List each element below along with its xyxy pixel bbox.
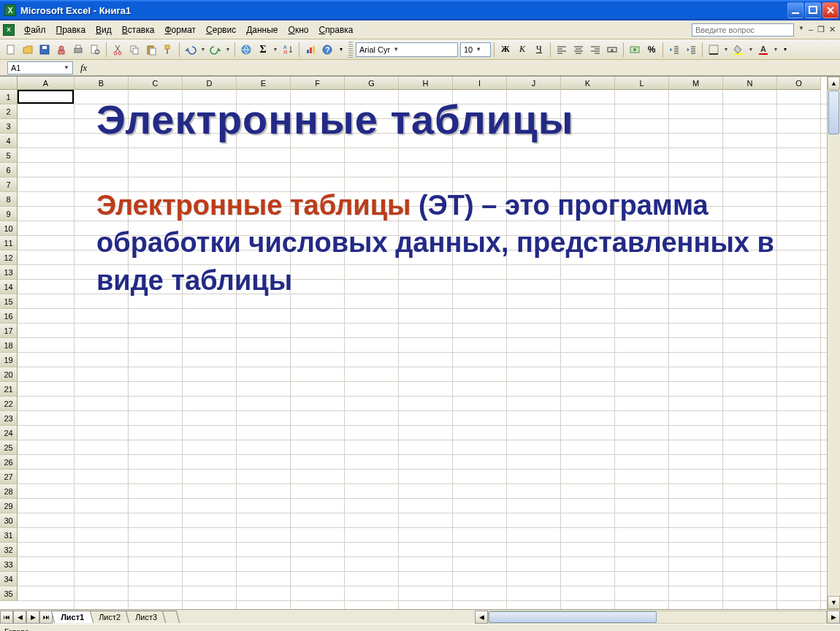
scroll-left-button[interactable]: ◀ — [475, 611, 488, 624]
column-header[interactable]: L — [615, 77, 669, 90]
sort-asc-button[interactable]: AЯ — [280, 42, 296, 58]
column-header[interactable]: J — [507, 77, 561, 90]
row-header[interactable]: 26 — [0, 455, 18, 470]
fill-color-button[interactable] — [730, 42, 747, 58]
open-button[interactable] — [20, 42, 36, 58]
help-search-box[interactable] — [692, 23, 794, 37]
row-header[interactable]: 20 — [0, 367, 18, 382]
align-center-button[interactable] — [570, 42, 587, 58]
row-header[interactable]: 14 — [0, 280, 18, 294]
row-header[interactable]: 25 — [0, 440, 18, 455]
menu-окно[interactable]: Окно — [283, 23, 314, 37]
column-header[interactable]: G — [345, 77, 399, 90]
increase-indent-button[interactable] — [683, 42, 699, 58]
font-color-button[interactable]: A — [755, 42, 771, 58]
menu-вид[interactable]: Вид — [91, 23, 117, 37]
menu-данные[interactable]: Данные — [241, 23, 283, 37]
borders-dropdown[interactable]: ▼ — [722, 42, 730, 58]
new-button[interactable] — [3, 42, 19, 58]
column-header[interactable]: E — [237, 77, 291, 90]
borders-button[interactable] — [706, 42, 722, 58]
column-header[interactable]: D — [183, 77, 237, 90]
row-header[interactable]: 7 — [0, 177, 18, 192]
merge-center-button[interactable]: a — [604, 42, 620, 58]
column-header[interactable]: B — [75, 77, 129, 90]
menu-сервис[interactable]: Сервис — [201, 23, 241, 37]
sheet-tab[interactable]: Лист1 — [51, 611, 94, 623]
autosum-dropdown[interactable]: ▼ — [272, 42, 279, 58]
row-header[interactable]: 31 — [0, 528, 18, 543]
percent-button[interactable]: % — [644, 42, 660, 58]
column-header[interactable]: I — [453, 77, 507, 90]
undo-dropdown[interactable]: ▼ — [199, 42, 207, 58]
row-header[interactable]: 34 — [0, 572, 18, 586]
hscroll-thumb[interactable] — [489, 611, 657, 623]
vscroll-thumb[interactable] — [828, 91, 839, 134]
save-button[interactable] — [37, 42, 53, 58]
row-header[interactable]: 29 — [0, 499, 18, 513]
align-right-button[interactable] — [587, 42, 603, 58]
menu-справка[interactable]: Справка — [313, 23, 358, 37]
chart-button[interactable] — [302, 42, 318, 58]
row-header[interactable]: 18 — [0, 338, 18, 353]
row-header[interactable]: 28 — [0, 484, 18, 499]
row-header[interactable]: 1 — [0, 90, 18, 104]
row-header[interactable]: 13 — [0, 265, 18, 280]
help-button[interactable]: ? — [319, 42, 335, 58]
row-header[interactable]: 32 — [0, 543, 18, 557]
row-header[interactable]: 19 — [0, 353, 18, 367]
tab-next-button[interactable]: ▶ — [26, 611, 39, 624]
row-header[interactable]: 6 — [0, 163, 18, 177]
redo-button[interactable] — [207, 42, 224, 58]
row-header[interactable]: 2 — [0, 104, 18, 119]
decrease-indent-button[interactable] — [666, 42, 682, 58]
scroll-up-button[interactable]: ▲ — [828, 77, 840, 90]
name-box[interactable]: A1 ▼ — [7, 61, 73, 74]
horizontal-scrollbar[interactable]: ◀ ▶ — [475, 611, 840, 624]
window-maximize-button[interactable] — [805, 2, 821, 18]
font-color-dropdown[interactable]: ▼ — [772, 42, 779, 58]
column-header[interactable]: H — [399, 77, 453, 90]
row-header[interactable]: 30 — [0, 513, 18, 528]
toolbar-grip[interactable] — [348, 42, 353, 58]
cut-button[interactable] — [110, 42, 126, 58]
print-button[interactable] — [70, 42, 86, 58]
row-header[interactable]: 21 — [0, 382, 18, 397]
format-toolbar-options-button[interactable]: ▾ — [780, 42, 790, 58]
permissions-button[interactable] — [53, 42, 69, 58]
underline-button[interactable]: Ч — [531, 42, 547, 58]
column-header[interactable]: N — [723, 77, 777, 90]
row-header[interactable]: 15 — [0, 294, 18, 309]
column-header[interactable]: A — [18, 77, 75, 90]
row-header[interactable]: 10 — [0, 221, 18, 236]
tab-prev-button[interactable]: ◀ — [13, 611, 26, 624]
column-header[interactable]: K — [561, 77, 615, 90]
row-header[interactable]: 33 — [0, 557, 18, 572]
scroll-right-button[interactable]: ▶ — [827, 611, 840, 624]
doc-minimize-button[interactable]: – — [809, 25, 813, 34]
vertical-scrollbar[interactable]: ▲ ▼ — [827, 77, 840, 609]
column-header[interactable]: C — [129, 77, 183, 90]
toolbar-options-button[interactable]: ▾ — [336, 42, 346, 58]
tab-last-button[interactable]: ⏭ — [39, 611, 53, 624]
hyperlink-button[interactable] — [238, 42, 254, 58]
row-header[interactable]: 8 — [0, 192, 18, 207]
copy-button[interactable] — [126, 42, 142, 58]
row-header[interactable]: 27 — [0, 470, 18, 484]
doc-close-button[interactable]: ✕ — [829, 25, 836, 34]
column-header[interactable]: O — [777, 77, 821, 90]
column-header[interactable]: F — [291, 77, 345, 90]
row-header[interactable]: 23 — [0, 411, 18, 426]
row-header[interactable]: 16 — [0, 309, 18, 324]
row-header[interactable]: 22 — [0, 397, 18, 411]
row-header[interactable]: 35 — [0, 586, 18, 601]
menu-формат[interactable]: Формат — [159, 23, 201, 37]
sheet-tab[interactable]: Лист2 — [89, 611, 131, 623]
row-header[interactable]: 11 — [0, 236, 18, 251]
menu-вставка[interactable]: Вставка — [117, 23, 160, 37]
window-minimize-button[interactable] — [787, 2, 803, 18]
select-all-corner[interactable] — [0, 77, 18, 90]
tab-first-button[interactable]: ⏮ — [0, 611, 13, 624]
align-left-button[interactable] — [554, 42, 570, 58]
row-header[interactable]: 24 — [0, 426, 18, 440]
